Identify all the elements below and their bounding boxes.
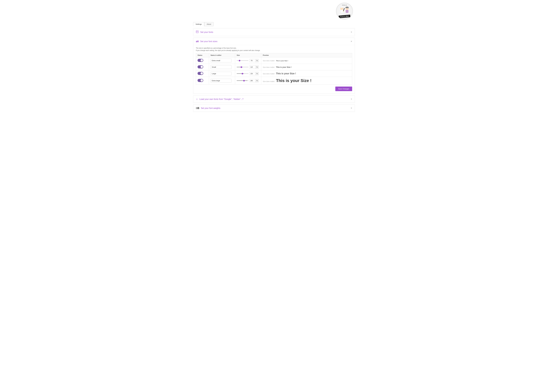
preview-label-sm: Size does matter: [263,66,275,68]
svg-rect-5 [346,10,348,13]
svg-rect-3 [341,7,343,7]
preview-label-xl: Size does matter: [263,81,275,82]
section-font-weights-left: BB Set your font weights [196,107,220,110]
size-number-extra-small[interactable] [249,59,256,62]
preview-cell-xs: Size does matter: This is your Size ! [261,57,352,64]
size-number-wrap-xl: % [249,79,259,82]
section-font-sizes: aA Set your font sizes × The size is spe… [193,38,355,94]
section-font-sizes-left: aA Set your font sizes [196,40,217,43]
logo-circle: kontur.us [336,3,353,20]
size-control-lg: % [237,72,260,75]
tab-about[interactable]: About [204,22,214,26]
tab-settings[interactable]: Settings [193,22,204,26]
logo-domain: kontur.us [342,4,347,6]
logo-name: Font-o-Mat [339,14,350,18]
svg-point-6 [346,7,349,8]
name-input-extra-large[interactable] [211,79,231,83]
status-cell-xl [196,77,209,84]
table-row: % Size does matter: This is your Size ! [196,70,352,77]
fonts-icon [196,30,199,34]
section-font-sizes-toggle[interactable]: × [351,40,352,43]
size-slider-extra-small[interactable] [237,60,249,61]
section-load-fonts-title: Load your own fonts from "Google", "Adob… [199,98,243,100]
size-cell-xl: % [235,77,261,84]
section-load-fonts-toggle[interactable]: + [351,98,352,101]
status-cell-sm [196,64,209,70]
section-font-weights-toggle[interactable]: + [351,107,352,110]
svg-rect-8 [348,7,349,8]
section-set-fonts-toggle[interactable]: + [351,31,352,34]
status-cell-lg [196,70,209,77]
name-input-extra-small[interactable] [211,59,231,63]
preview-cell-sm: Size does matter: This is your Size ! [261,64,352,70]
size-cell-sm: % [235,64,261,70]
preview-label-xs: Size does matter: [263,60,275,62]
section-load-fonts: ☆ Load your own fonts from "Google", "Ad… [193,95,355,103]
toggle-thumb [200,59,203,62]
toggle-small[interactable] [198,65,203,69]
section-set-fonts-title: Set your fonts [200,31,213,33]
size-cell-xs: % [235,57,261,64]
toggle-extra-large[interactable] [198,79,203,82]
toggle-thumb [200,66,203,68]
section-set-fonts: Set your fonts + [193,28,355,36]
toggle-thumb [200,72,203,75]
name-input-large[interactable] [211,72,231,76]
preview-cell-xl: Size does matter: This is your Size ! [261,77,352,84]
preview-text-sm: This is your Size ! [276,66,292,68]
preview-text-lg: This is your Size ! [276,72,296,75]
section-load-fonts-left: ☆ Load your own fonts from "Google", "Ad… [196,98,243,101]
size-number-small[interactable] [249,66,256,69]
size-cell-lg: % [235,70,261,77]
status-cell-xs [196,57,209,64]
name-input-small[interactable] [211,65,231,69]
size-control-sm: % [237,65,260,69]
name-cell-xl [209,77,235,84]
section-font-weights-header[interactable]: BB Set your font weights + [193,105,355,112]
table-row: % Size does matter: This is your Size ! [196,77,352,84]
name-cell-xs [209,57,235,64]
size-slider-small[interactable] [237,67,249,67]
name-cell-lg [209,70,235,77]
col-header-name: Name in editor [209,53,235,57]
name-cell-sm [209,64,235,70]
size-number-wrap-lg: % [249,72,259,75]
toggle-large[interactable] [198,72,203,75]
size-number-wrap-sm: % [249,65,259,69]
aA-icon: aA [196,40,199,43]
save-row: Save Changes [196,87,352,91]
size-number-wrap-xs: % [249,59,259,62]
size-slider-large[interactable] [237,73,249,74]
size-number-large[interactable] [249,72,256,75]
toggle-extra-small[interactable] [198,59,203,62]
size-unit-lg: % [256,72,259,75]
size-control-xl: % [237,79,260,82]
section-set-fonts-header[interactable]: Set your fonts + [193,28,355,36]
toggle-thumb [200,79,203,82]
col-header-size: Size [235,53,261,57]
preview-cell-lg: Size does matter: This is your Size ! [261,70,352,77]
svg-rect-7 [346,7,346,8]
preview-label-lg: Size does matter: [263,73,275,75]
section-set-fonts-left: Set your fonts [196,30,213,34]
size-unit-xs: % [256,59,259,62]
section-font-sizes-title: Set your font sizes [200,40,218,43]
logo-container: kontur.us [334,3,355,20]
size-unit-xl: % [256,79,259,82]
section-font-sizes-header[interactable]: aA Set your font sizes × [193,38,355,45]
table-row: % Size does matter: This is your Size ! [196,57,352,64]
description-line2: If you change each setting, the style yo… [196,49,352,51]
size-unit-sm: % [256,66,259,69]
section-font-weights-title: Set your font weights [201,107,220,109]
bb-icon: BB [196,107,199,110]
description-line1: The size is specified as a percentage of… [196,47,352,49]
font-sizes-table: Status Name in editor Size Preview [196,53,352,84]
save-changes-button[interactable]: Save Changes [335,87,352,91]
section-font-sizes-body: The size is specified as a percentage of… [193,45,355,94]
col-header-status: Status [196,53,209,57]
size-slider-extra-large[interactable] [237,80,249,81]
preview-text-xl: This is your Size ! [276,78,312,83]
size-number-extra-large[interactable] [249,79,256,82]
section-load-fonts-header[interactable]: ☆ Load your own fonts from "Google", "Ad… [193,96,355,103]
logo-characters-svg [339,6,350,15]
